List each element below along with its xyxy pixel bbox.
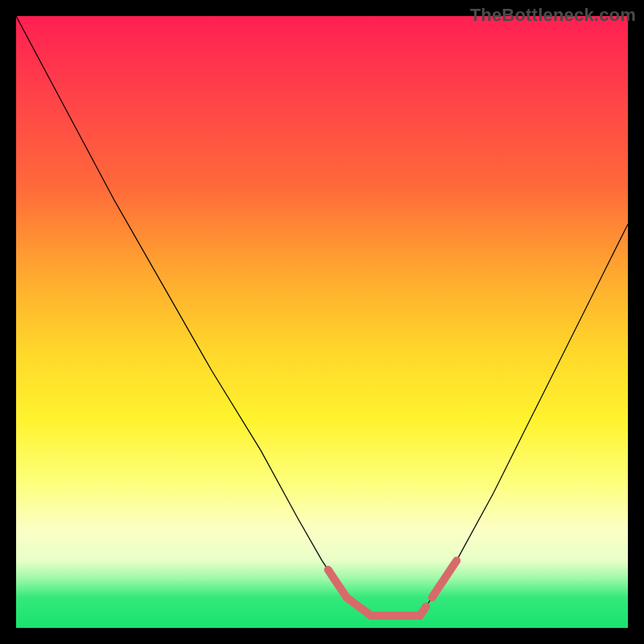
watermark-label: TheBottleneck.com <box>470 5 636 26</box>
trough-highlight-right <box>432 560 456 597</box>
bottleneck-curve <box>16 16 628 616</box>
curve-layer <box>16 16 628 628</box>
trough-highlight-left <box>328 570 427 616</box>
chart-stage: TheBottleneck.com <box>0 0 644 644</box>
plot-area <box>16 16 628 628</box>
